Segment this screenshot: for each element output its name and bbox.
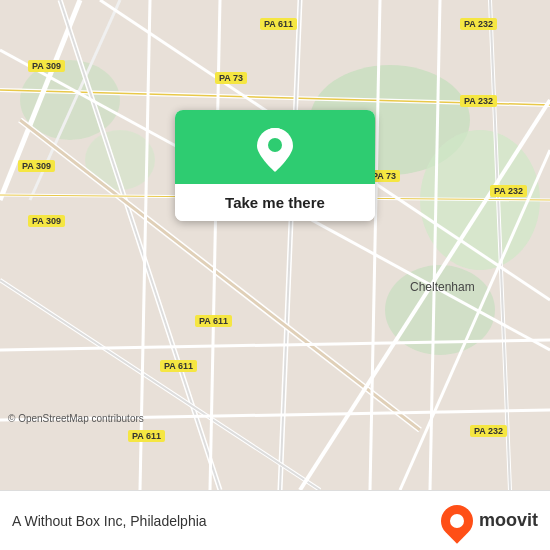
road-label-pa309-3: PA 309 [28, 215, 65, 227]
copyright-text: © OpenStreetMap contributors [8, 413, 144, 424]
road-label-pa611-bottom: PA 611 [128, 430, 165, 442]
road-label-pa611-top: PA 611 [260, 18, 297, 30]
moovit-text: moovit [479, 510, 538, 531]
road-label-pa309-1: PA 309 [28, 60, 65, 72]
road-label-pa232-2: PA 232 [460, 95, 497, 107]
location-pin-icon [257, 128, 293, 172]
road-label-pa309-2: PA 309 [18, 160, 55, 172]
location-title: A Without Box Inc, Philadelphia [12, 513, 207, 529]
place-label-cheltenham: Cheltenham [410, 280, 475, 294]
take-me-there-button[interactable]: Take me there [175, 184, 375, 221]
svg-point-33 [268, 138, 282, 152]
overlay-card: Take me there [175, 110, 375, 221]
road-label-pa232-bottom: PA 232 [470, 425, 507, 437]
moovit-logo: moovit [441, 505, 538, 537]
road-label-pa611-mid2: PA 611 [160, 360, 197, 372]
map-container: PA 611 PA 232 PA 309 PA 73 PA 232 PA 309… [0, 0, 550, 490]
road-label-pa611-mid: PA 611 [195, 315, 232, 327]
bottom-bar: A Without Box Inc, Philadelphia moovit [0, 490, 550, 550]
card-top [175, 110, 375, 184]
road-label-pa232-3: PA 232 [490, 185, 527, 197]
road-label-pa232-top: PA 232 [460, 18, 497, 30]
moovit-mark-icon [434, 498, 479, 543]
road-label-pa73: PA 73 [215, 72, 247, 84]
